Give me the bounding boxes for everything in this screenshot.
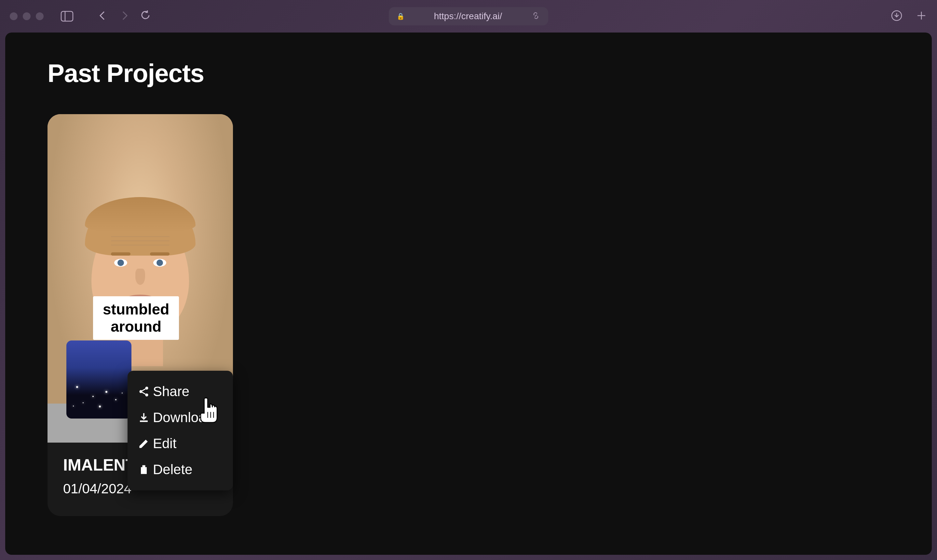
window-controls xyxy=(10,12,43,20)
url-text: https://creatify.ai/ xyxy=(410,11,526,22)
share-link-icon[interactable] xyxy=(531,11,540,22)
new-tab-button[interactable] xyxy=(915,10,927,23)
forward-button[interactable] xyxy=(119,10,130,23)
reload-button[interactable] xyxy=(140,10,151,23)
inset-product-thumbnail xyxy=(66,340,131,418)
pointer-cursor-icon xyxy=(197,397,220,423)
address-bar[interactable]: 🔒 https://creatify.ai/ xyxy=(389,7,548,25)
svg-rect-9 xyxy=(140,420,148,422)
svg-rect-0 xyxy=(61,11,73,21)
download-icon xyxy=(138,412,149,423)
sidebar-toggle-button[interactable] xyxy=(60,11,74,22)
svg-point-7 xyxy=(140,390,142,393)
project-context-menu: Share Download Edit Delete xyxy=(128,371,233,491)
page-content: Past Projects stumbled around xyxy=(5,32,932,555)
page-title: Past Projects xyxy=(48,58,889,88)
edit-menu-item[interactable]: Edit xyxy=(128,431,233,457)
downloads-button[interactable] xyxy=(891,10,903,23)
delete-icon xyxy=(138,464,149,475)
minimize-window-button[interactable] xyxy=(23,12,31,20)
video-caption: stumbled around xyxy=(93,296,179,340)
delete-menu-item[interactable]: Delete xyxy=(128,457,233,483)
svg-point-8 xyxy=(145,394,148,397)
svg-point-6 xyxy=(145,387,148,389)
edit-icon xyxy=(138,438,149,449)
browser-chrome: 🔒 https://creatify.ai/ xyxy=(0,0,937,32)
close-window-button[interactable] xyxy=(10,12,18,20)
maximize-window-button[interactable] xyxy=(36,12,43,20)
share-icon xyxy=(138,386,149,397)
back-button[interactable] xyxy=(97,10,109,23)
lock-icon: 🔒 xyxy=(397,12,405,20)
